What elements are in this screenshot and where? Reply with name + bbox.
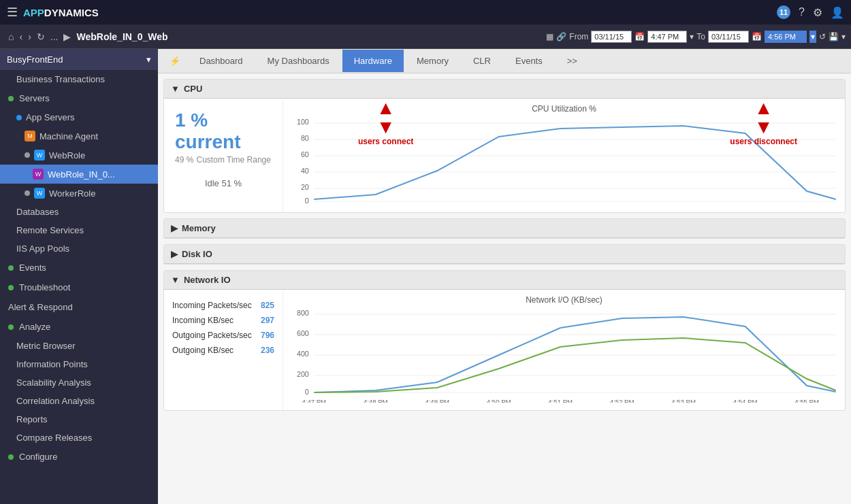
from-time-input[interactable]	[647, 31, 687, 43]
sidebar-item-webrole[interactable]: W WebRole	[0, 146, 158, 165]
tab-more[interactable]: >>	[556, 50, 589, 72]
cpu-section-header[interactable]: ▼ CPU	[164, 80, 845, 99]
forward-icon[interactable]: ›	[28, 31, 31, 42]
sidebar-label: Correlation Analysis	[16, 396, 95, 406]
user-icon[interactable]: 👤	[831, 6, 844, 19]
cpu-arrow-down: ▼	[171, 84, 180, 94]
disconnect-arrow-up: ▲	[754, 99, 773, 118]
webrole-dot	[25, 152, 30, 158]
sidebar-item-scalability-analysis[interactable]: Scalability Analysis	[0, 373, 158, 392]
more-btn[interactable]: ▾	[841, 32, 846, 41]
webrole-icon: W	[34, 150, 45, 161]
sidebar-item-app-servers[interactable]: App Servers	[0, 108, 158, 127]
sidebar-label: App Servers	[26, 112, 75, 122]
calendar-icon-from[interactable]: 📅	[635, 32, 645, 41]
network-stat-incoming-packets: Incoming Packets/sec 825	[172, 298, 274, 313]
disk-io-title: Disk IO	[182, 249, 212, 259]
sidebar-item-business-transactions[interactable]: Business Transactions	[0, 70, 158, 88]
sidebar-item-machine-agent[interactable]: M Machine Agent	[0, 127, 158, 146]
sidebar-label: WebRole	[49, 150, 85, 161]
network-section: ▼ Network IO Incoming Packets/sec 825 In…	[163, 270, 846, 411]
to-label: To	[696, 32, 705, 41]
from-date-input[interactable]	[591, 31, 632, 43]
calendar-icon-to[interactable]: 📅	[752, 32, 762, 41]
network-section-header[interactable]: ▼ Network IO	[164, 271, 845, 290]
sidebar-item-alert-respond[interactable]: Alert & Respond	[0, 297, 158, 317]
sidebar-item-correlation-analysis[interactable]: Correlation Analysis	[0, 392, 158, 410]
app-selector-arrow: ▾	[146, 54, 151, 65]
connect-arrow-down: ▼	[376, 118, 396, 137]
back-icon[interactable]: ‹	[19, 31, 22, 42]
tab-clr[interactable]: CLR	[462, 50, 502, 72]
stat-label: Incoming Packets/sec	[172, 301, 252, 310]
save-btn[interactable]: 💾	[829, 32, 839, 41]
tab-hardware[interactable]: Hardware	[342, 50, 404, 72]
connect-annotation: ▲ ▼ users connect	[358, 99, 413, 146]
sidebar-item-events[interactable]: Events	[0, 258, 158, 278]
sidebar-item-metric-browser[interactable]: Metric Browser	[0, 337, 158, 355]
sidebar-item-iis-app-pools[interactable]: IIS App Pools	[0, 239, 158, 258]
sidebar-label: Machine Agent	[39, 131, 98, 141]
svg-text:4:53 PM: 4:53 PM	[671, 399, 696, 403]
svg-text:400: 400	[297, 350, 309, 358]
connect-label: users connect	[358, 137, 413, 146]
sidebar-item-remote-services[interactable]: Remote Services	[0, 221, 158, 239]
svg-text:40: 40	[301, 167, 309, 175]
refresh-btn[interactable]: ↺	[819, 32, 826, 41]
cpu-current: 1 % current	[175, 110, 272, 153]
sidebar-item-troubleshoot[interactable]: Troubleshoot	[0, 278, 158, 297]
notification-badge[interactable]: 11	[777, 5, 790, 19]
network-arrow-down: ▼	[171, 275, 180, 285]
tab-dashboard[interactable]: Dashboard	[188, 50, 255, 72]
tab-memory[interactable]: Memory	[405, 50, 460, 72]
more-icon[interactable]: ...	[50, 31, 59, 42]
to-date-input[interactable]	[708, 31, 749, 43]
time-dropdown-from[interactable]: ▾	[690, 32, 694, 41]
app-selector-label: BusyFrontEnd	[7, 54, 63, 65]
refresh-icon[interactable]: ↻	[37, 31, 45, 42]
sidebar-label: Configure	[19, 452, 57, 462]
cpu-title: CPU	[184, 84, 202, 94]
svg-text:4:47 PM: 4:47 PM	[302, 399, 326, 403]
sidebar-item-analyze[interactable]: Analyze	[0, 317, 158, 337]
home-icon[interactable]: ⌂	[8, 31, 14, 42]
sidebar-label: Compare Releases	[16, 433, 92, 443]
sidebar-item-databases[interactable]: Databases	[0, 203, 158, 221]
cpu-content: 1 % current 49 % Custom Time Range Idle …	[164, 99, 845, 212]
menu-icon[interactable]: ☰	[7, 5, 18, 20]
tab-lightning[interactable]: ⚡	[163, 50, 187, 72]
webrole-in0-icon: W	[33, 169, 44, 180]
stat-label: Outgoing KB/sec	[172, 346, 234, 355]
sidebar-label: Databases	[16, 207, 59, 217]
workerrole-icon: W	[34, 188, 45, 199]
disconnect-annotation: ▲ ▼ users disconnect	[730, 99, 797, 146]
help-icon[interactable]: ?	[799, 6, 805, 18]
servers-dot	[8, 96, 14, 101]
app-selector[interactable]: BusyFrontEnd ▾	[0, 49, 158, 70]
cpu-section: ▼ CPU 1 % current 49 % Custom Time Range…	[163, 79, 846, 213]
sidebar-item-reports[interactable]: Reports	[0, 410, 158, 429]
tab-events[interactable]: Events	[504, 50, 554, 72]
disk-io-section-header[interactable]: ▶ Disk IO	[164, 245, 845, 264]
memory-section-header[interactable]: ▶ Memory	[164, 219, 845, 238]
svg-text:20: 20	[301, 184, 309, 191]
sidebar-item-servers[interactable]: Servers	[0, 88, 158, 108]
settings-icon[interactable]: ⚙	[813, 6, 822, 19]
sidebar-label: WebRole_IN_0...	[48, 169, 115, 180]
sidebar-item-information-points[interactable]: Information Points	[0, 355, 158, 373]
stat-value: 236	[261, 346, 274, 355]
svg-text:80: 80	[301, 135, 309, 142]
time-dropdown-to[interactable]: ▾	[809, 31, 816, 43]
sidebar-label: Analyze	[19, 322, 50, 332]
svg-text:0: 0	[305, 388, 309, 396]
sidebar-item-webrole-in0[interactable]: W WebRole_IN_0...	[0, 165, 158, 184]
sidebar-item-compare-releases[interactable]: Compare Releases	[0, 429, 158, 447]
sidebar-item-workerrole[interactable]: W WorkerRole	[0, 184, 158, 203]
date-range: ▦ 🔗 From 📅 ▾ To 📅 ▾ ↺ 💾 ▾	[546, 31, 846, 43]
to-time-input[interactable]	[765, 31, 807, 43]
tab-my-dashboards[interactable]: My Dashboards	[256, 50, 341, 72]
svg-text:200: 200	[297, 371, 309, 378]
sidebar-item-configure[interactable]: Configure	[0, 447, 158, 467]
machine-agent-icon: M	[25, 131, 35, 141]
from-label: From	[569, 32, 588, 41]
